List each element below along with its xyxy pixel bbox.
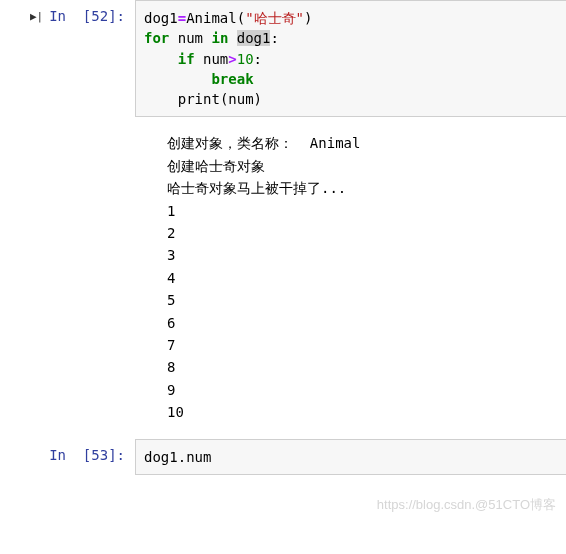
code-kw-if: if — [178, 51, 195, 67]
code-space — [228, 30, 236, 46]
watermark: https://blog.csdn.@51CTO博客 — [377, 496, 556, 514]
prompt-label: In [53]: — [49, 447, 125, 463]
code-indent — [144, 71, 211, 87]
code-var-highlighted: dog1 — [237, 30, 271, 46]
code-var: num — [228, 91, 253, 107]
output-cell-52: 创建对象，类名称： Animal 创建哈士奇对象 哈士奇对象马上被干掉了... … — [0, 125, 566, 430]
code-paren: ) — [304, 10, 312, 26]
prompt-label: In [52]: — [49, 8, 125, 24]
code-input[interactable]: dog1=Animal("哈士奇") for num in dog1: if n… — [135, 0, 566, 117]
output-prompt-area — [0, 125, 135, 430]
code-cell-52: ▶| In [52]: dog1=Animal("哈士奇") for num i… — [0, 0, 566, 117]
prompt-area: In [53]: — [0, 439, 135, 475]
prompt-area: ▶| In [52]: — [0, 0, 135, 117]
output-text: 创建对象，类名称： Animal 创建哈士奇对象 哈士奇对象马上被干掉了... … — [135, 125, 566, 430]
code-op: = — [178, 10, 186, 26]
code-var: num — [195, 51, 229, 67]
code-var: num — [169, 30, 211, 46]
code-var: dog1 — [144, 10, 178, 26]
code-fn: print — [178, 91, 220, 107]
code-indent — [144, 51, 178, 67]
code-fn: Animal — [186, 10, 237, 26]
code-colon: : — [254, 51, 262, 67]
code-text: dog1.num — [144, 449, 211, 465]
code-kw-for: for — [144, 30, 169, 46]
code-paren: ) — [254, 91, 262, 107]
code-paren: ( — [237, 10, 245, 26]
code-num: 10 — [237, 51, 254, 67]
code-str: "哈士奇" — [245, 10, 304, 26]
code-kw-break: break — [211, 71, 253, 87]
code-indent — [144, 91, 178, 107]
code-op: > — [228, 51, 236, 67]
code-kw-in: in — [211, 30, 228, 46]
run-icon[interactable]: ▶| — [30, 10, 43, 23]
code-colon: : — [270, 30, 278, 46]
code-cell-53: In [53]: dog1.num — [0, 439, 566, 475]
code-input[interactable]: dog1.num — [135, 439, 566, 475]
